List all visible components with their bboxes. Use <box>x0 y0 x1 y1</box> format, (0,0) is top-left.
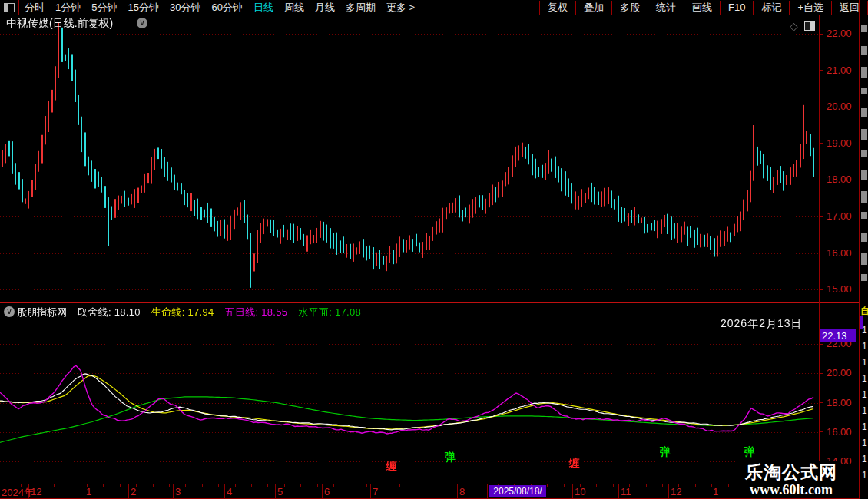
crosshair-date-tag: 2025/08/18/一 <box>489 485 546 497</box>
x-axis-week-tick <box>695 484 696 487</box>
axis-label: 19.00 <box>827 137 852 149</box>
x-axis-month-boundary <box>173 484 174 498</box>
indicator-value-生命线: 生命线: 17.94 <box>151 306 214 319</box>
menu-item-+自选[interactable]: +自选 <box>789 1 831 15</box>
menu-item-30分钟[interactable]: 30分钟 <box>164 1 206 15</box>
x-axis-month-boundary <box>668 484 669 498</box>
sidebar-digit: 1 <box>862 389 867 400</box>
menu-item-复权[interactable]: 复权 <box>539 1 575 15</box>
indicator-source[interactable]: 股朋指标网 <box>17 306 67 319</box>
indicator-chart[interactable] <box>0 303 819 484</box>
clipped-glyph-fragment <box>861 191 867 203</box>
x-axis-month-label: 5 <box>277 486 283 497</box>
menu-item-更多 >[interactable]: 更多 > <box>381 1 420 15</box>
x-axis-week-tick <box>185 484 186 487</box>
x-axis-month-label: 12 <box>31 486 41 497</box>
sidebar-digit: 1 <box>862 405 867 416</box>
diamond-icon[interactable]: ◇ <box>790 20 798 32</box>
menu-item-周线[interactable]: 周线 <box>279 1 310 15</box>
x-axis-month-boundary <box>572 484 573 498</box>
x-axis-week-tick <box>350 484 350 487</box>
x-axis-week-tick <box>399 484 400 487</box>
menu-item-画线[interactable]: 画线 <box>684 1 720 15</box>
x-axis-month-label: 1 <box>713 486 718 497</box>
indicator-value-取舍线: 取舍线: 18.10 <box>78 306 141 319</box>
x-axis-week-tick <box>235 484 236 487</box>
menu-item-返回[interactable]: 返回 <box>831 1 867 15</box>
menu-item-60分钟[interactable]: 60分钟 <box>206 1 247 15</box>
menu-item-月线[interactable]: 月线 <box>310 1 340 15</box>
indicator-chevron-icon[interactable]: ∨ <box>4 306 15 317</box>
sidebar-digit: 1 <box>862 438 867 448</box>
clipped-glyph-fragment <box>861 88 867 94</box>
clipped-glyph-fragment <box>861 25 867 32</box>
x-axis-week-tick <box>71 484 71 487</box>
x-axis-month-label: 6 <box>324 486 330 497</box>
menu-item-统计[interactable]: 统计 <box>648 1 684 15</box>
axis-label: 16.00 <box>827 247 852 259</box>
clipped-glyph-fragment <box>861 129 867 140</box>
clipped-glyph-fragment <box>861 46 867 55</box>
x-axis-week-tick <box>103 484 104 487</box>
title-chevron-icon[interactable]: ∨ <box>137 18 147 28</box>
clipped-glyph-fragment <box>861 108 867 117</box>
x-axis-week-tick <box>449 484 449 487</box>
panel-separator[interactable] <box>0 302 859 303</box>
x-axis-week-tick <box>662 484 663 487</box>
menu-item-1分钟[interactable]: 1分钟 <box>50 1 86 15</box>
x-axis-week-tick <box>333 484 334 487</box>
x-axis-month-boundary <box>487 484 488 498</box>
menu-item-多股[interactable]: 多股 <box>611 1 648 15</box>
menu-item-标记[interactable]: 标记 <box>753 1 789 15</box>
x-axis-month-label: 8 <box>459 486 465 497</box>
x-axis-week-tick <box>120 484 121 487</box>
clipped-glyph-fragment <box>861 150 867 157</box>
menu-item-叠加[interactable]: 叠加 <box>575 1 611 15</box>
menu-item-5分钟[interactable]: 5分钟 <box>86 1 122 15</box>
x-axis-month-boundary <box>370 484 371 498</box>
menu-item-日线[interactable]: 日线 <box>248 1 279 15</box>
main-candlestick-chart[interactable] <box>0 15 819 302</box>
x-axis-month-label: 1 <box>86 486 91 497</box>
sidebar-digit: 1 <box>862 341 867 352</box>
x-axis-month-boundary <box>224 484 225 498</box>
x-axis-week-tick <box>317 484 318 487</box>
menu-item-F10[interactable]: F10 <box>720 1 753 15</box>
signal-缠: 缠 <box>386 460 397 474</box>
x-axis-week-tick <box>169 484 170 487</box>
window-split-icon[interactable] <box>0 0 19 15</box>
menu-item-多周期[interactable]: 多周期 <box>340 1 381 15</box>
x-axis-week-tick <box>383 484 383 487</box>
x-axis-month-boundary <box>128 484 129 498</box>
watermark-url: www.60lt.com <box>745 482 837 497</box>
layout-icon[interactable] <box>804 21 815 31</box>
signal-弹: 弹 <box>660 445 671 459</box>
x-axis-month-boundary <box>618 484 619 498</box>
x-axis-week-tick <box>613 484 614 487</box>
x-axis-month-boundary <box>84 484 84 498</box>
x-axis-week-tick <box>54 484 55 487</box>
period-menu: 分时1分钟5分钟15分钟30分钟60分钟日线周线月线多周期更多 > <box>19 1 420 15</box>
x-axis-week-tick <box>153 484 154 487</box>
axis-label: 17.00 <box>827 210 852 222</box>
clipped-right-sidebar[interactable]: 自 1111111111 <box>860 15 868 499</box>
x-axis-month-label: 2 <box>131 486 136 497</box>
plot-right-border <box>819 15 820 497</box>
x-axis-week-tick <box>267 484 268 487</box>
x-axis-week-tick <box>366 484 367 487</box>
axis-label: 18.00 <box>827 173 852 185</box>
x-axis-week-tick <box>728 484 729 487</box>
axis-label: 20.00 <box>827 367 852 378</box>
watermark-site-name: 乐淘公式网 <box>745 462 837 482</box>
axis-label: 15.00 <box>827 283 852 295</box>
top-menubar: 分时1分钟5分钟15分钟30分钟60分钟日线周线月线多周期更多 > 复权叠加多股… <box>0 0 868 15</box>
x-axis-week-tick <box>482 484 482 487</box>
x-axis-year-label: 2024年 <box>2 486 34 499</box>
menu-item-分时[interactable]: 分时 <box>19 1 50 15</box>
clipped-glyph-fragment <box>861 170 867 180</box>
signal-弹: 弹 <box>445 451 456 464</box>
clipped-glyph-fragment <box>861 212 867 219</box>
clipped-glyph-fragment <box>861 253 867 265</box>
axis-label: 21.00 <box>827 64 852 76</box>
menu-item-15分钟[interactable]: 15分钟 <box>122 1 164 15</box>
